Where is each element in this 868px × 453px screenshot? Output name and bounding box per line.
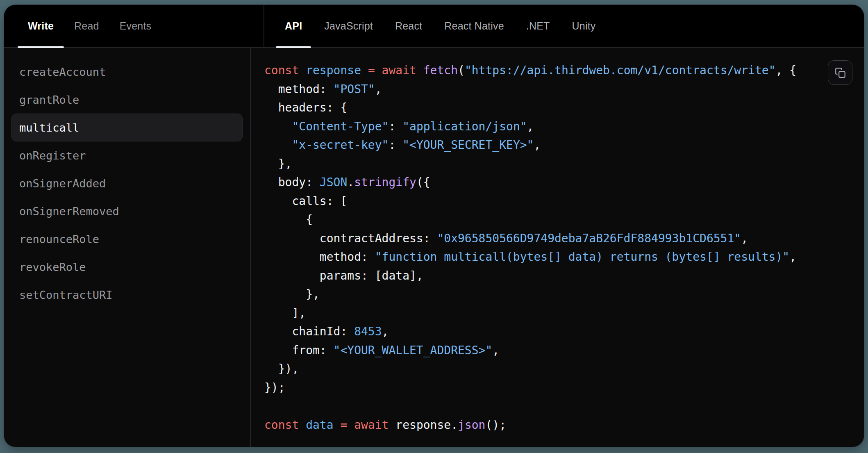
code-token: body:: [264, 175, 320, 189]
code-token: .: [347, 175, 354, 189]
code-line: },: [264, 285, 864, 304]
code-token: response: [306, 64, 368, 77]
code-token: ,: [534, 138, 541, 152]
code-line: "Content-Type": "application/json",: [264, 117, 864, 136]
code-token: JSON: [320, 175, 347, 189]
code-line: });: [264, 378, 864, 397]
code-line: chainId: 8453,: [264, 322, 864, 341]
code-token: =: [368, 64, 382, 77]
code-token: ,: [375, 82, 382, 96]
sidebar-item-onregister[interactable]: onRegister: [11, 141, 243, 169]
code-token: contractAddress:: [264, 232, 437, 245]
code-token: json: [458, 418, 485, 432]
sidebar-item-onsigneradded[interactable]: onSignerAdded: [11, 169, 243, 197]
code-token: {: [264, 213, 313, 226]
tab-react-native[interactable]: React Native: [435, 5, 513, 47]
code-token: "https://api.thirdweb.com/v1/contracts/w…: [465, 64, 776, 77]
code-token: ,: [382, 325, 389, 338]
code-token: ],: [264, 306, 306, 320]
copy-button[interactable]: [828, 60, 852, 85]
sidebar-item-setcontracturi[interactable]: setContractURI: [11, 281, 243, 309]
tab-unity[interactable]: Unity: [563, 5, 605, 47]
tab-javascript[interactable]: JavaScript: [315, 5, 382, 47]
code-token: [264, 120, 292, 133]
function-list: createAccountgrantRolemulticallonRegiste…: [4, 48, 250, 447]
code-token: method:: [264, 82, 334, 96]
code-token: }),: [264, 362, 299, 376]
code-token: ,: [492, 344, 499, 357]
code-token: :: [389, 120, 402, 133]
code-token: "x-secret-key": [292, 138, 389, 152]
content-area: createAccountgrantRolemulticallonRegiste…: [4, 48, 864, 447]
code-token: "<YOUR_SECRET_KEY>": [402, 138, 534, 152]
code-token: "POST": [334, 82, 375, 96]
code-line: {: [264, 210, 864, 229]
code-token: :: [389, 138, 402, 152]
code-line: "x-secret-key": "<YOUR_SECRET_KEY>",: [264, 136, 864, 155]
code-token: "Content-Type": [292, 120, 389, 133]
code-token: await: [354, 418, 395, 432]
code-line: method: "function multicall(bytes[] data…: [264, 248, 864, 266]
code-line: ],: [264, 304, 864, 323]
tab-react[interactable]: React: [386, 5, 431, 47]
code-token: (: [458, 64, 465, 77]
code-token: "function multicall(bytes[] data) return…: [375, 250, 789, 264]
docs-reference-card: WriteReadEvents APIJavaScriptReactReact …: [4, 5, 864, 447]
tab-events[interactable]: Events: [109, 5, 162, 47]
tab-api[interactable]: API: [276, 5, 311, 47]
code-line: }),: [264, 360, 864, 378]
code-token: headers: {: [264, 101, 347, 114]
code-token: "application/json": [402, 120, 527, 133]
code-token: },: [264, 287, 320, 301]
code-line: body: JSON.stringify({: [264, 173, 864, 192]
code-token: data: [306, 418, 340, 432]
code-token: ();: [485, 418, 506, 432]
language-tabs: APIJavaScriptReactReact Native.NETUnity: [264, 5, 864, 47]
tab-write[interactable]: Write: [18, 5, 64, 47]
sidebar-item-grantrole[interactable]: grantRole: [11, 86, 243, 114]
sidebar-item-renouncerole[interactable]: renounceRole: [11, 225, 243, 253]
code-line: params: [data],: [264, 266, 864, 285]
code-token: from:: [264, 344, 334, 357]
sidebar-item-multicall[interactable]: multicall: [11, 114, 243, 141]
code-line: headers: {: [264, 98, 864, 117]
code-token: method:: [264, 250, 375, 264]
code-token: ({: [416, 175, 430, 189]
code-token: const: [264, 64, 306, 77]
code-token: const: [264, 418, 306, 432]
code-token: ,: [527, 120, 534, 133]
code-token: ,: [789, 250, 796, 264]
code-line: method: "POST",: [264, 80, 864, 99]
sidebar-item-onsignerremoved[interactable]: onSignerRemoved: [11, 197, 243, 225]
desktop-background: WriteReadEvents APIJavaScriptReactReact …: [0, 0, 868, 453]
code-token: 8453: [354, 325, 382, 338]
code-token: await: [382, 64, 423, 77]
code-token: =: [340, 418, 354, 432]
sidebar-item-createaccount[interactable]: createAccount: [11, 58, 243, 86]
code-line: calls: [: [264, 192, 864, 211]
code-token: params: [data],: [264, 269, 423, 282]
code-token: ,: [741, 232, 748, 245]
code-token: fetch: [423, 64, 458, 77]
code-line: },: [264, 155, 864, 173]
code-token: [264, 138, 292, 152]
function-type-tabs: WriteReadEvents: [4, 5, 264, 47]
code-line: from: "<YOUR_WALLET_ADDRESS>",: [264, 341, 864, 360]
code-pane: const response = await fetch("https://ap…: [250, 48, 864, 447]
code-token: });: [264, 381, 285, 394]
copy-icon: [835, 67, 846, 78]
code-token: "0x965850566D9749deba7aB26FdF884993b1CD6…: [437, 232, 741, 245]
code-token: calls: [: [264, 194, 347, 208]
tab-read[interactable]: Read: [64, 5, 109, 47]
code-token: response.: [395, 418, 458, 432]
tab-bar: WriteReadEvents APIJavaScriptReactReact …: [4, 5, 864, 48]
code-token: },: [264, 157, 292, 171]
code-line: [264, 397, 864, 416]
code-block: const response = await fetch("https://ap…: [264, 61, 864, 434]
sidebar-item-revokerole[interactable]: revokeRole: [11, 253, 243, 281]
tab-net[interactable]: .NET: [517, 5, 559, 47]
code-line: const data = await response.json();: [264, 416, 864, 435]
code-line: contractAddress: "0x965850566D9749deba7a…: [264, 229, 864, 248]
code-token: "<YOUR_WALLET_ADDRESS>": [334, 344, 493, 357]
code-token: chainId:: [264, 325, 354, 338]
